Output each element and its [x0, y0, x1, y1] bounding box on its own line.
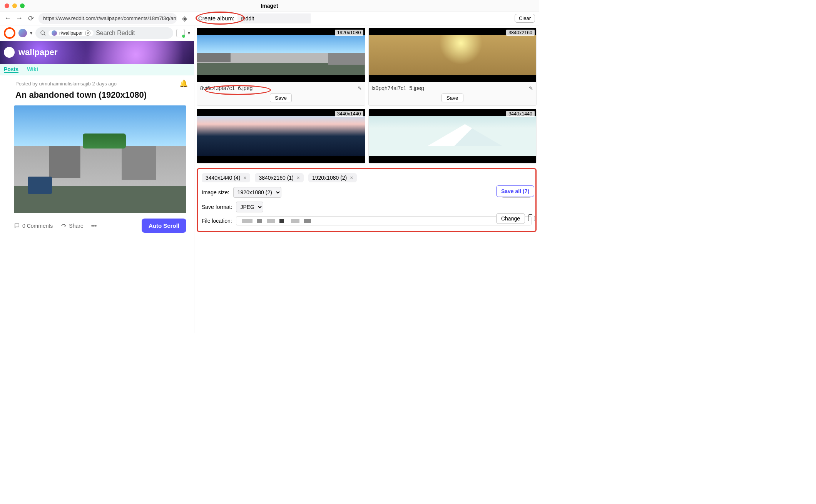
size-tag-label: 3440x1440 (4) [206, 175, 240, 181]
search-placeholder: Search Reddit [96, 30, 135, 37]
forward-icon[interactable]: → [15, 14, 23, 22]
more-button[interactable]: ••• [91, 223, 97, 229]
dimension-badge: 3840x2160 [506, 30, 535, 36]
file-location-label: File location: [202, 218, 232, 224]
folder-icon[interactable] [528, 216, 535, 221]
size-tag-label: 1920x1080 (2) [312, 175, 347, 181]
create-album-group: Create album: [198, 13, 311, 23]
share-button[interactable]: Share [60, 223, 83, 229]
change-location-button[interactable]: Change [496, 213, 525, 224]
reddit-search-input[interactable]: r/wallpaper × Search Reddit [35, 27, 173, 39]
subreddit-icon [4, 47, 15, 58]
remove-tag-icon[interactable]: × [243, 175, 246, 181]
post-image[interactable] [14, 105, 186, 213]
right-actions: Save all (7) Change [496, 185, 535, 224]
tab-posts[interactable]: Posts [4, 66, 18, 73]
save-button[interactable]: Save [270, 93, 292, 102]
size-tag[interactable]: 1920x1080 (2)× [308, 173, 357, 182]
notify-bell-icon[interactable]: 🔔 [179, 79, 188, 88]
create-album-label: Create album: [198, 15, 234, 22]
comments-label: 0 Comments [22, 223, 53, 229]
post-byline-text: Posted by u/muhaiminulislamsajib 2 days … [15, 81, 117, 87]
imaget-panel: 1920x1080 8vi6c43pfa7c1_6.jpeg ✎ Save 38… [194, 25, 539, 333]
clear-button[interactable]: Clear [515, 14, 535, 23]
file-location-input[interactable] [236, 216, 532, 225]
dimension-badge: 3440x1440 [335, 111, 363, 117]
remove-tag-icon[interactable]: × [297, 175, 300, 181]
url-input[interactable]: https://www.reddit.com/r/wallpaper/comme… [38, 13, 177, 24]
color-picker-icon[interactable]: ◈ [181, 14, 189, 23]
comments-button[interactable]: 0 Comments [14, 223, 53, 229]
share-icon [60, 223, 67, 229]
search-icon [40, 30, 46, 36]
user-chevron-icon[interactable]: ▾ [188, 30, 190, 36]
search-scope-pill[interactable]: r/wallpaper × [48, 30, 94, 36]
window-title: Imaget [0, 3, 539, 9]
thumbnail[interactable]: 3440x1440 [369, 109, 537, 163]
mac-titlebar: Imaget [0, 0, 539, 12]
thumbnail[interactable]: 3440x1440 [197, 109, 365, 163]
image-grid: 1920x1080 8vi6c43pfa7c1_6.jpeg ✎ Save 38… [194, 25, 539, 166]
main-area: ▾ r/wallpaper × Search Reddit ▾ wallpape… [0, 25, 539, 333]
subreddit-name: wallpaper [18, 47, 57, 57]
post-actions: 0 Comments Share ••• Auto Scroll [0, 213, 194, 237]
subreddit-banner: wallpaper [0, 41, 194, 64]
save-button[interactable]: Save [441, 93, 463, 102]
comment-icon [14, 223, 20, 229]
save-format-select[interactable]: JPEG [236, 202, 263, 212]
share-label: Share [69, 223, 83, 229]
reddit-topbar: ▾ r/wallpaper × Search Reddit ▾ [0, 25, 194, 41]
filter-panel: 3440x1440 (4)× 3840x2160 (1)× 1920x1080 … [197, 168, 537, 232]
tab-wiki[interactable]: Wiki [27, 66, 38, 73]
image-size-label: Image size: [202, 189, 229, 195]
thumbnail[interactable]: 3840x2160 [369, 28, 537, 82]
svg-point-0 [41, 31, 44, 34]
community-icon[interactable] [18, 29, 27, 37]
size-tag[interactable]: 3440x1440 (4)× [202, 173, 250, 182]
filename-label: lx0pqh74al7c1_5.jpeg [372, 85, 424, 91]
auto-scroll-button[interactable]: Auto Scroll [142, 219, 186, 233]
filename-label: 8vi6c43pfa7c1_6.jpeg [200, 85, 252, 91]
create-album-input[interactable] [237, 13, 311, 23]
subreddit-tabs: Posts Wiki [0, 64, 194, 75]
post-title: An abandoned town (1920x1080) [15, 90, 188, 100]
user-avatar-icon[interactable] [176, 29, 185, 37]
size-tags: 3440x1440 (4)× 3840x2160 (1)× 1920x1080 … [202, 173, 532, 182]
search-scope-label: r/wallpaper [59, 30, 83, 36]
edit-filename-icon[interactable]: ✎ [529, 85, 533, 91]
image-card: 3840x2160 lx0pqh74al7c1_5.jpeg ✎ Save [368, 28, 537, 106]
save-format-label: Save format: [202, 204, 232, 210]
image-card: 3440x1440 [368, 109, 537, 164]
chevron-down-icon[interactable]: ▾ [30, 30, 32, 36]
svg-line-1 [44, 34, 45, 35]
dimension-badge: 3440x1440 [506, 111, 535, 117]
clear-scope-icon[interactable]: × [85, 30, 90, 36]
reddit-pane: ▾ r/wallpaper × Search Reddit ▾ wallpape… [0, 25, 194, 333]
reddit-logo-icon[interactable] [4, 27, 15, 39]
browser-toolbar: ← → ⟳ https://www.reddit.com/r/wallpaper… [0, 12, 539, 25]
reload-icon[interactable]: ⟳ [27, 14, 35, 23]
save-all-button[interactable]: Save all (7) [496, 185, 534, 197]
size-tag-label: 3840x2160 (1) [259, 175, 293, 181]
post-header: Posted by u/muhaiminulislamsajib 2 days … [0, 75, 194, 105]
remove-tag-icon[interactable]: × [350, 175, 353, 181]
image-card: 3440x1440 [197, 109, 365, 164]
dimension-badge: 1920x1080 [335, 30, 363, 36]
image-size-select[interactable]: 1920x1080 (2) [233, 187, 281, 198]
post-byline: Posted by u/muhaiminulislamsajib 2 days … [15, 79, 188, 88]
edit-filename-icon[interactable]: ✎ [358, 85, 362, 91]
size-tag[interactable]: 3840x2160 (1)× [255, 173, 303, 182]
image-card: 1920x1080 8vi6c43pfa7c1_6.jpeg ✎ Save [197, 28, 365, 106]
thumbnail[interactable]: 1920x1080 [197, 28, 365, 82]
back-icon[interactable]: ← [4, 14, 12, 22]
